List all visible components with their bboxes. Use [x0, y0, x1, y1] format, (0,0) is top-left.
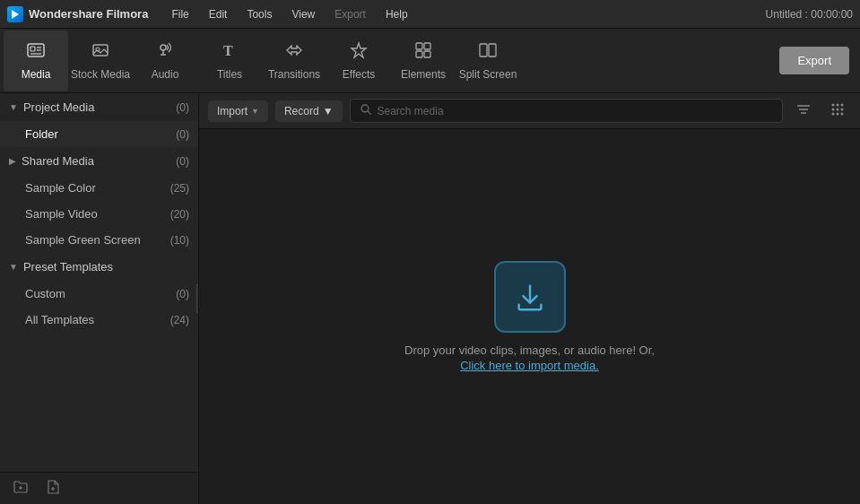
project-media-arrow: ▼: [9, 102, 18, 112]
toolbar-elements[interactable]: Elements: [391, 30, 456, 91]
shared-media-label: Shared Media: [22, 154, 176, 168]
sidebar-item-all-templates[interactable]: All Templates (24): [0, 307, 198, 333]
menu-view[interactable]: View: [282, 4, 324, 24]
sample-green-screen-label: Sample Green Screen: [25, 233, 170, 247]
all-templates-label: All Templates: [25, 313, 170, 326]
add-file-button[interactable]: [41, 475, 65, 502]
import-chevron-icon: ▼: [251, 107, 259, 116]
svg-rect-10: [416, 43, 422, 49]
custom-count: (0): [176, 288, 189, 300]
svg-point-32: [837, 112, 839, 115]
menu-bar: File Edit Tools View Export Help: [162, 4, 416, 24]
menu-file[interactable]: File: [162, 4, 197, 24]
toolbar-media[interactable]: Media: [4, 30, 68, 91]
shared-media-count: (0): [176, 155, 189, 168]
toolbar-effects[interactable]: Effects: [326, 30, 391, 91]
folder-count: (0): [176, 128, 189, 141]
audio-icon: [155, 40, 175, 65]
toolbar-split-screen[interactable]: Split Screen: [456, 30, 520, 91]
svg-point-25: [832, 103, 835, 106]
sample-color-count: (25): [170, 182, 189, 195]
transitions-icon: [284, 40, 304, 65]
svg-rect-12: [416, 51, 422, 57]
drop-text: Drop your video clips, images, or audio …: [404, 343, 655, 372]
menu-help[interactable]: Help: [377, 4, 417, 24]
add-folder-button[interactable]: [9, 475, 32, 502]
export-button[interactable]: Export: [779, 47, 849, 74]
sidebar-item-folder[interactable]: Folder (0): [0, 121, 198, 147]
svg-point-30: [841, 108, 844, 110]
content-area: Import ▼ Record ▼: [199, 93, 860, 504]
record-button[interactable]: Record ▼: [275, 100, 343, 122]
menu-tools[interactable]: Tools: [238, 4, 281, 24]
main-toolbar: Media Stock Media Audio T: [0, 29, 860, 93]
elements-icon: [413, 40, 433, 65]
sidebar: ▼ Project Media (0) Folder (0) ▶ Shared …: [0, 93, 199, 504]
split-screen-icon: [478, 40, 498, 65]
svg-text:T: T: [223, 43, 233, 58]
title-bar: Wondershare Filmora File Edit Tools View…: [0, 0, 860, 29]
search-icon: [360, 103, 372, 118]
all-templates-count: (24): [170, 314, 189, 326]
svg-rect-1: [30, 47, 35, 51]
import-button[interactable]: Import ▼: [208, 100, 268, 122]
sidebar-item-sample-video[interactable]: Sample Video (20): [0, 201, 198, 227]
toolbar-split-screen-label: Split Screen: [459, 68, 517, 81]
window-title: Untitled : 00:00:00: [766, 8, 853, 21]
effects-icon: [349, 40, 369, 65]
drop-main-text: Drop your video clips, images, or audio …: [404, 343, 655, 357]
toolbar-titles[interactable]: T Titles: [197, 30, 262, 91]
content-toolbar: Import ▼ Record ▼: [199, 93, 860, 129]
toolbar-stock-media-label: Stock Media: [71, 68, 130, 81]
svg-rect-13: [424, 51, 430, 57]
toolbar-audio-label: Audio: [152, 68, 179, 81]
sidebar-section-project-media[interactable]: ▼ Project Media (0): [0, 93, 198, 121]
sidebar-item-custom[interactable]: Custom (0): [0, 281, 198, 307]
menu-export[interactable]: Export: [326, 4, 375, 24]
toolbar-transitions[interactable]: Transitions: [262, 30, 326, 91]
drop-zone[interactable]: Drop your video clips, images, or audio …: [199, 129, 860, 504]
shared-media-arrow: ▶: [9, 156, 16, 166]
preset-templates-arrow: ▼: [9, 262, 18, 272]
toolbar-elements-label: Elements: [401, 68, 446, 81]
import-label: Import: [217, 105, 248, 117]
import-link[interactable]: Click here to import media.: [460, 359, 599, 372]
sample-video-count: (20): [170, 208, 189, 221]
filter-button[interactable]: [790, 100, 817, 123]
toolbar-media-label: Media: [22, 68, 51, 81]
sidebar-item-sample-green-screen[interactable]: Sample Green Screen (10): [0, 227, 198, 253]
toolbar-stock-media[interactable]: Stock Media: [68, 30, 133, 91]
sidebar-collapse-button[interactable]: ◀: [196, 284, 199, 313]
svg-rect-15: [489, 44, 496, 56]
folder-label: Folder: [25, 127, 176, 141]
search-input[interactable]: [378, 105, 773, 117]
svg-rect-14: [480, 44, 487, 56]
stock-media-icon: [91, 40, 110, 65]
titles-icon: T: [220, 40, 239, 65]
menu-edit[interactable]: Edit: [200, 4, 237, 24]
svg-point-27: [841, 103, 844, 106]
project-media-count: (0): [176, 101, 189, 114]
project-media-label: Project Media: [23, 100, 176, 114]
record-chevron-icon: ▼: [323, 105, 334, 117]
svg-point-31: [832, 112, 835, 115]
sidebar-item-sample-color[interactable]: Sample Color (25): [0, 175, 198, 201]
toolbar-audio[interactable]: Audio: [133, 30, 197, 91]
sample-video-label: Sample Video: [25, 207, 170, 221]
app-title: Wondershare Filmora: [29, 7, 148, 21]
svg-point-26: [837, 103, 839, 106]
grid-view-button[interactable]: [824, 100, 851, 123]
svg-line-21: [368, 111, 371, 115]
sidebar-section-preset-templates[interactable]: ▼ Preset Templates: [0, 253, 198, 281]
sidebar-section-shared-media[interactable]: ▶ Shared Media (0): [0, 147, 198, 175]
svg-point-29: [837, 108, 839, 110]
record-label: Record: [284, 105, 319, 117]
svg-point-33: [841, 112, 844, 115]
app-logo-icon: [7, 6, 23, 22]
main-area: ▼ Project Media (0) Folder (0) ▶ Shared …: [0, 93, 860, 504]
svg-point-7: [161, 45, 166, 50]
preset-templates-label: Preset Templates: [23, 260, 189, 274]
sample-color-label: Sample Color: [25, 181, 170, 195]
toolbar-transitions-label: Transitions: [268, 68, 320, 81]
toolbar-effects-label: Effects: [343, 68, 375, 81]
